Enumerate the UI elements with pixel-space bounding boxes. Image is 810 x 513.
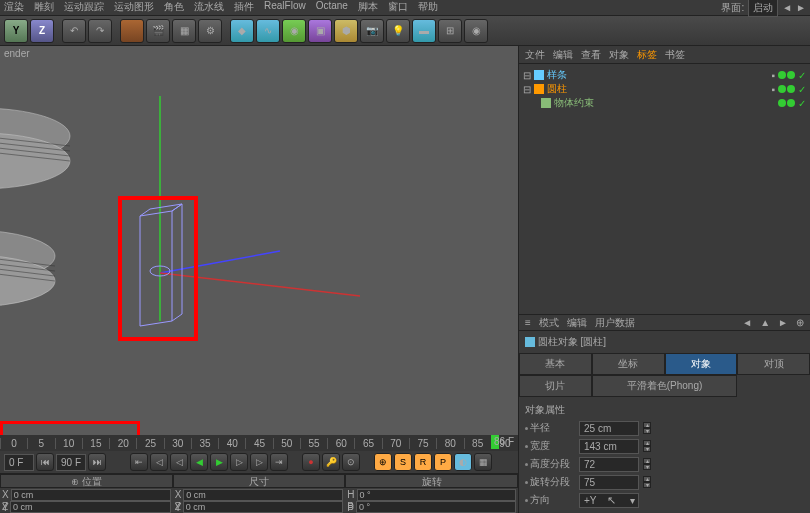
play-back-icon[interactable]: ◀ — [190, 453, 208, 471]
vis-editor-icon[interactable] — [778, 99, 786, 107]
hseg-field[interactable]: 72 — [579, 457, 639, 472]
pos-x-field[interactable]: 0 cm — [11, 489, 171, 501]
goto-start-icon[interactable]: ⏮ — [36, 453, 54, 471]
tree-item-spline[interactable]: ⊟ 样条 ▪ ✓ — [523, 68, 806, 82]
tab-edit[interactable]: 编辑 — [553, 48, 573, 61]
tool1-icon[interactable] — [120, 19, 144, 43]
pos-key-icon[interactable]: ⊕ — [374, 453, 392, 471]
nav-back-icon[interactable]: ◄ — [742, 317, 752, 328]
layout-next-icon[interactable]: ► — [796, 2, 806, 13]
record-icon[interactable]: ● — [302, 453, 320, 471]
pla-key-icon[interactable]: ◐ — [454, 453, 472, 471]
coord-tab-rotation[interactable]: 旋转 — [345, 474, 518, 488]
object-tree[interactable]: ⊟ 样条 ▪ ✓ ⊟ 圆柱 ▪ ✓ 物体约束 ✓ — [519, 64, 810, 314]
keyframe-dot-icon[interactable] — [525, 445, 528, 448]
attr-tab-phong[interactable]: 平滑着色(Phong) — [592, 375, 738, 397]
scale-key-icon[interactable]: S — [394, 453, 412, 471]
menu-octane[interactable]: Octane — [316, 0, 348, 15]
tree-item-constraint[interactable]: 物体约束 ✓ — [523, 96, 806, 110]
size-x-field[interactable]: 0 cm — [183, 489, 343, 501]
grid-icon[interactable]: ⊞ — [438, 19, 462, 43]
pos-z-field[interactable]: 0 cm — [10, 501, 171, 513]
spinner[interactable]: ▴▾ — [643, 440, 651, 452]
prev-frame-icon[interactable]: ◁ — [170, 453, 188, 471]
menu-sculpt[interactable]: 雕刻 — [34, 0, 54, 15]
timeline[interactable]: 05 1015 2025 3035 4045 5055 6065 7075 80… — [0, 435, 518, 451]
tag-icon[interactable]: ▪ — [771, 70, 775, 81]
coord-tab-size[interactable]: 尺寸 — [173, 474, 346, 488]
spinner[interactable]: ▴▾ — [643, 422, 651, 434]
check-icon[interactable]: ✓ — [798, 70, 806, 81]
layout-prev-icon[interactable]: ◄ — [782, 2, 792, 13]
spline-icon[interactable]: ∿ — [256, 19, 280, 43]
vis-editor-icon[interactable] — [778, 85, 786, 93]
axis-y-button[interactable]: Y — [4, 19, 28, 43]
tab-file[interactable]: 文件 — [525, 48, 545, 61]
redo-icon[interactable]: ↷ — [88, 19, 112, 43]
nav-menu-icon[interactable]: ⊕ — [796, 317, 804, 328]
last-frame-icon[interactable]: ⇥ — [270, 453, 288, 471]
menu-window[interactable]: 窗口 — [388, 0, 408, 15]
menu-tracker[interactable]: 运动跟踪 — [64, 0, 104, 15]
tab-view[interactable]: 查看 — [581, 48, 601, 61]
rot-h-field[interactable]: 0 ° — [357, 489, 516, 501]
attr-tab-basic[interactable]: 基本 — [519, 353, 592, 375]
play-fwd-icon[interactable]: ▶ — [210, 453, 228, 471]
rot-key-icon[interactable]: R — [414, 453, 432, 471]
start-frame-field[interactable]: 0 F — [4, 454, 34, 471]
light-icon[interactable]: 💡 — [386, 19, 410, 43]
menu-render[interactable]: 渲染 — [4, 0, 24, 15]
attr-userdata[interactable]: 用户数据 — [595, 316, 635, 330]
tag-icon[interactable]: ▪ — [771, 84, 775, 95]
coord-tab-position[interactable]: ⊕ 位置 — [0, 474, 173, 488]
spinner[interactable]: ▴▾ — [643, 476, 651, 488]
check-icon[interactable]: ✓ — [798, 98, 806, 109]
vis-editor-icon[interactable] — [778, 71, 786, 79]
camera-icon[interactable]: 📷 — [360, 19, 384, 43]
menu-plugins[interactable]: 插件 — [234, 0, 254, 15]
tab-object[interactable]: 对象 — [609, 48, 629, 61]
tree-item-cylinder[interactable]: ⊟ 圆柱 ▪ ✓ — [523, 82, 806, 96]
attr-tab-object[interactable]: 对象 — [665, 353, 738, 375]
menu-script[interactable]: 脚本 — [358, 0, 378, 15]
attr-tab-slice[interactable]: 切片 — [519, 375, 592, 397]
keyframe-dot-icon[interactable] — [525, 427, 528, 430]
deformer-icon[interactable]: ▣ — [308, 19, 332, 43]
menu-mograph[interactable]: 运动图形 — [114, 0, 154, 15]
radius-field[interactable]: 25 cm — [579, 421, 639, 436]
nav-fwd-icon[interactable]: ► — [778, 317, 788, 328]
prev-key-icon[interactable]: ◁ — [150, 453, 168, 471]
keyframe-dot-icon[interactable] — [525, 481, 528, 484]
vis-render-icon[interactable] — [787, 99, 795, 107]
key-options-icon[interactable]: ⊙ — [342, 453, 360, 471]
tab-bookmarks[interactable]: 书签 — [665, 48, 685, 61]
vis-render-icon[interactable] — [787, 71, 795, 79]
keyframe-dot-icon[interactable] — [525, 499, 528, 502]
menu-pipeline[interactable]: 流水线 — [194, 0, 224, 15]
generator-icon[interactable]: ◉ — [282, 19, 306, 43]
keyframe-dot-icon[interactable] — [525, 463, 528, 466]
vis-render-icon[interactable] — [787, 85, 795, 93]
param-key-icon[interactable]: P — [434, 453, 452, 471]
render-icon[interactable]: 🎬 — [146, 19, 170, 43]
check-icon[interactable]: ✓ — [798, 84, 806, 95]
next-frame-icon[interactable]: ▷ — [230, 453, 248, 471]
attr-edit[interactable]: 编辑 — [567, 316, 587, 330]
menu-realflow[interactable]: RealFlow — [264, 0, 306, 15]
undo-icon[interactable]: ↶ — [62, 19, 86, 43]
attr-tab-coord[interactable]: 坐标 — [592, 353, 665, 375]
layout-dropdown[interactable]: 启动 — [748, 0, 778, 17]
expand-icon[interactable]: ⊟ — [523, 70, 531, 81]
floor-icon[interactable]: ▬ — [412, 19, 436, 43]
attr-mode[interactable]: 模式 — [539, 316, 559, 330]
autokey-icon[interactable]: 🔑 — [322, 453, 340, 471]
menu-character[interactable]: 角色 — [164, 0, 184, 15]
render-region-icon[interactable]: ▦ — [172, 19, 196, 43]
rseg-field[interactable]: 75 — [579, 475, 639, 490]
first-frame-icon[interactable]: ⇤ — [130, 453, 148, 471]
tab-tags[interactable]: 标签 — [637, 48, 657, 61]
bulb-icon[interactable]: ◉ — [464, 19, 488, 43]
nav-up-icon[interactable]: ▲ — [760, 317, 770, 328]
render-settings-icon[interactable]: ⚙ — [198, 19, 222, 43]
menu-help[interactable]: 帮助 — [418, 0, 438, 15]
